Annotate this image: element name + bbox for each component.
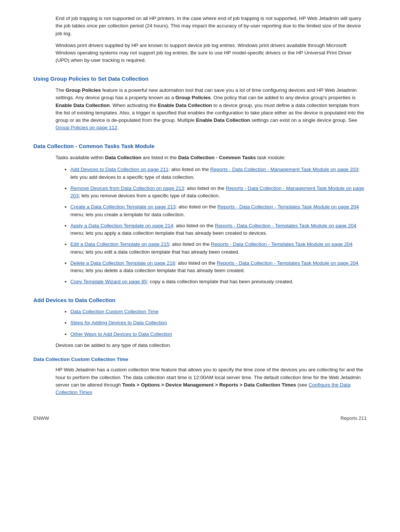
link-delete-template[interactable]: Delete a Data Collection Template on pag… bbox=[70, 260, 175, 266]
bold-enable-data-collection-3: Enable Data Collection bbox=[196, 117, 250, 123]
bold-tools-options: Tools > Options > Device Management > Re… bbox=[122, 382, 296, 388]
bold-group-policies-2: Group Policies bbox=[175, 95, 210, 100]
link-add-devices[interactable]: Add Devices to Data Collection on page 2… bbox=[70, 167, 169, 172]
intro-para-1: End of job trapping is not supported on … bbox=[33, 15, 367, 37]
section-common-tasks-heading: Data Collection - Common Tasks Task Modu… bbox=[33, 142, 367, 151]
link-group-policies[interactable]: Group Policies on page 112 bbox=[56, 125, 117, 130]
section-group-policies-heading: Using Group Policies to Set Data Collect… bbox=[33, 75, 367, 83]
list-item-steps-adding: Steps for Adding Devices to Data Collect… bbox=[70, 319, 367, 327]
link-reports-templates-1[interactable]: Reports - Data Collection - Templates Ta… bbox=[217, 204, 359, 210]
custom-collection-body: HP Web Jetadmin has a custom collection … bbox=[33, 366, 367, 396]
add-devices-list: Data Collection Custom Collection Time S… bbox=[33, 308, 367, 338]
link-apply-template[interactable]: Apply a Data Collection Template on page… bbox=[70, 223, 173, 228]
bold-data-collection: Data Collection bbox=[105, 155, 141, 160]
section-add-devices-heading: Add Devices to Data Collection bbox=[33, 296, 367, 305]
link-copy-template[interactable]: Copy Template Wizard on page 85 bbox=[70, 279, 147, 284]
link-steps-adding[interactable]: Steps for Adding Devices to Data Collect… bbox=[70, 320, 167, 325]
link-edit-template[interactable]: Edit a Data Collection Template on page … bbox=[70, 241, 169, 247]
link-reports-templates-2[interactable]: Reports - Data Collection - Templates Ta… bbox=[215, 223, 356, 228]
list-item-other-ways: Other Ways to Add Devices to Data Collec… bbox=[70, 331, 367, 338]
bold-enable-data-collection-1: Enable Data Collection bbox=[56, 103, 110, 108]
bold-enable-data-collection-2: Enable Data Collection bbox=[158, 103, 212, 108]
page-content: End of job trapping is not supported on … bbox=[33, 15, 367, 422]
list-item-add-devices: Add Devices to Data Collection on page 2… bbox=[70, 166, 367, 181]
list-item-delete-template: Delete a Data Collection Template on pag… bbox=[70, 260, 367, 275]
list-item-custom-collection: Data Collection Custom Collection Time bbox=[70, 308, 367, 315]
common-tasks-list: Add Devices to Data Collection on page 2… bbox=[33, 166, 367, 285]
subsection-custom-collection-heading: Data Collection Custom Collection Time bbox=[33, 356, 367, 363]
common-tasks-intro: Tasks available within Data Collection a… bbox=[33, 154, 367, 161]
list-item-apply-template: Apply a Data Collection Template on page… bbox=[70, 222, 367, 237]
bold-common-tasks: Data Collection - Common Tasks bbox=[178, 155, 256, 160]
page-footer: ENWW Reports 211 bbox=[33, 415, 367, 422]
link-reports-management-1[interactable]: Reports - Data Collection - Management T… bbox=[210, 167, 359, 172]
link-reports-templates-3[interactable]: Reports - Data Collection - Templates Ta… bbox=[211, 241, 353, 247]
link-reports-templates-4[interactable]: Reports - Data Collection - Templates Ta… bbox=[217, 260, 358, 266]
list-item-edit-template: Edit a Data Collection Template on page … bbox=[70, 241, 367, 256]
add-devices-after-bullets: Devices can be added to any type of data… bbox=[33, 342, 367, 349]
bold-group-policies-1: Group Policies bbox=[66, 87, 101, 93]
link-other-ways[interactable]: Other Ways to Add Devices to Data Collec… bbox=[70, 331, 172, 337]
footer-right: Reports 211 bbox=[340, 415, 367, 422]
list-item-create-template: Create a Data Collection Template on pag… bbox=[70, 203, 367, 218]
link-create-template[interactable]: Create a Data Collection Template on pag… bbox=[70, 204, 176, 210]
intro-para-2: Windows print drivers supplied by HP are… bbox=[33, 42, 367, 64]
group-policies-body: The Group Policies feature is a powerful… bbox=[33, 87, 367, 132]
link-remove-devices[interactable]: Remove Devices from Data Collection on p… bbox=[70, 185, 184, 191]
list-item-copy-template: Copy Template Wizard on page 85: copy a … bbox=[70, 278, 367, 285]
list-item-remove-devices: Remove Devices from Data Collection on p… bbox=[70, 185, 367, 200]
link-custom-collection-time[interactable]: Data Collection Custom Collection Time bbox=[70, 309, 159, 314]
footer-left: ENWW bbox=[33, 415, 49, 422]
